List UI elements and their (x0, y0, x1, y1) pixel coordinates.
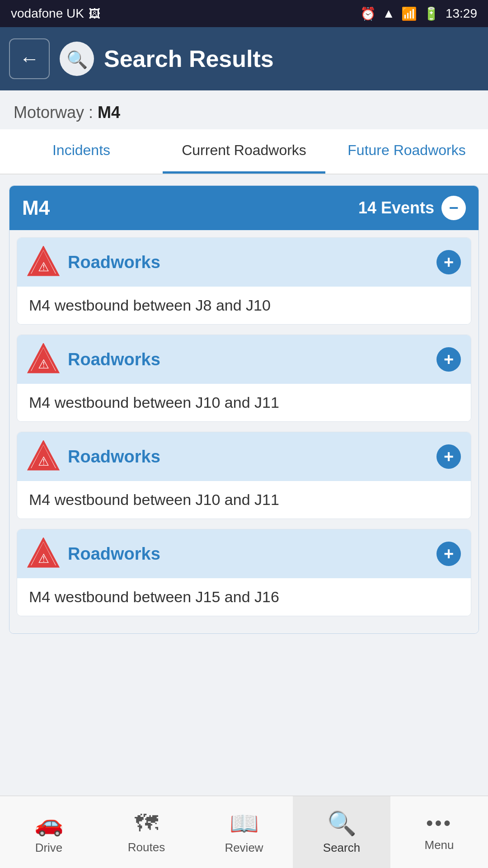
menu-icon: ••• (426, 812, 452, 835)
roadwork-label: Roadworks (68, 447, 160, 467)
motorway-label: Motorway : M4 (0, 90, 488, 122)
header-logo-icon: 🔍 (59, 41, 95, 77)
status-bar: vodafone UK 🖼 ⏰ ▲ 📶 🔋 13:29 (0, 0, 488, 27)
plus-icon: + (444, 448, 454, 465)
signal-icon: 📶 (401, 6, 417, 21)
drive-icon: 🚗 (34, 810, 64, 837)
nav-search-label: Search (323, 841, 360, 855)
page-title: Search Results (104, 45, 274, 72)
image-icon: 🖼 (89, 7, 100, 21)
nav-drive[interactable]: 🚗 Drive (0, 796, 98, 868)
tab-current-roadworks[interactable]: Current Roadworks (163, 129, 325, 174)
routes-icon: 🗺 (135, 810, 158, 837)
roadwork-title-row: ⚠ Roadworks (27, 538, 160, 570)
motorway-value: M4 (98, 103, 120, 122)
nav-menu[interactable]: ••• Menu (390, 796, 488, 868)
roadwork-header: ⚠ Roadworks + (17, 335, 471, 384)
wifi-icon: ▲ (382, 6, 395, 21)
roadwork-label: Roadworks (68, 253, 160, 272)
roadwork-item: ⚠ Roadworks + M4 westbound between J8 an… (17, 237, 471, 325)
tab-incidents[interactable]: Incidents (0, 129, 163, 174)
nav-review-label: Review (225, 841, 263, 855)
minus-icon: − (449, 200, 458, 216)
group-container: M4 14 Events − ⚠ (9, 185, 479, 634)
roadwork-title-row: ⚠ Roadworks (27, 343, 160, 376)
roadworks-warning-icon: ⚠ (27, 246, 60, 278)
roadwork-label: Roadworks (68, 544, 160, 564)
svg-text:⚠: ⚠ (38, 260, 49, 274)
back-arrow-icon: ← (19, 47, 39, 70)
collapse-button[interactable]: − (441, 196, 466, 220)
expand-button[interactable]: + (436, 250, 461, 274)
roadwork-description: M4 westbound between J15 and J16 (17, 578, 471, 616)
svg-text:⚠: ⚠ (38, 454, 49, 468)
roadworks-warning-icon: ⚠ (27, 343, 60, 376)
plus-icon: + (444, 351, 454, 368)
group-events: 14 Events − (358, 196, 466, 220)
motorway-prefix: Motorway : (14, 103, 93, 122)
main-content: M4 14 Events − ⚠ (0, 175, 488, 868)
roadwork-description: M4 westbound between J10 and J11 (17, 481, 471, 519)
tab-bar: Incidents Current Roadworks Future Roadw… (0, 129, 488, 175)
roadwork-description: M4 westbound between J8 and J10 (17, 287, 471, 324)
expand-button[interactable]: + (436, 444, 461, 469)
expand-button[interactable]: + (436, 542, 461, 566)
search-icon: 🔍 (327, 810, 357, 837)
roadwork-title-row: ⚠ Roadworks (27, 246, 160, 278)
group-title: M4 (22, 197, 50, 219)
time-label: 13:29 (446, 6, 477, 21)
nav-search[interactable]: 🔍 Search (293, 796, 390, 868)
plus-icon: + (444, 254, 454, 271)
svg-text:⚠: ⚠ (38, 357, 49, 371)
roadwork-item: ⚠ Roadworks + M4 westbound between J10 a… (17, 432, 471, 519)
nav-routes-label: Routes (128, 840, 165, 854)
plus-icon: + (444, 545, 454, 562)
battery-icon: 🔋 (423, 6, 439, 21)
alarm-icon: ⏰ (360, 6, 376, 21)
roadwork-header: ⚠ Roadworks + (17, 238, 471, 287)
status-left: vodafone UK 🖼 (11, 6, 100, 21)
roadwork-item: ⚠ Roadworks + M4 westbound between J10 a… (17, 335, 471, 422)
nav-routes[interactable]: 🗺 Routes (98, 796, 195, 868)
bottom-nav: 🚗 Drive 🗺 Routes 📖 Review 🔍 Search ••• M… (0, 796, 488, 868)
nav-drive-label: Drive (35, 841, 63, 855)
roadworks-warning-icon: ⚠ (27, 538, 60, 570)
review-icon: 📖 (230, 810, 259, 837)
events-count: 14 Events (358, 198, 434, 217)
roadwork-title-row: ⚠ Roadworks (27, 440, 160, 473)
roadworks-warning-icon: ⚠ (27, 440, 60, 473)
status-right: ⏰ ▲ 📶 🔋 13:29 (360, 6, 477, 21)
svg-text:🔍: 🔍 (66, 49, 88, 70)
roadwork-label: Roadworks (68, 350, 160, 369)
roadwork-header: ⚠ Roadworks + (17, 432, 471, 481)
group-header: M4 14 Events − (9, 186, 479, 230)
expand-button[interactable]: + (436, 347, 461, 372)
roadwork-description: M4 westbound between J10 and J11 (17, 384, 471, 421)
roadwork-header: ⚠ Roadworks + (17, 529, 471, 578)
roadwork-item: ⚠ Roadworks + M4 westbound between J15 a… (17, 529, 471, 616)
roadworks-list: ⚠ Roadworks + M4 westbound between J8 an… (9, 230, 479, 633)
nav-review[interactable]: 📖 Review (195, 796, 293, 868)
tab-future-roadworks[interactable]: Future Roadworks (325, 129, 488, 174)
svg-text:⚠: ⚠ (38, 552, 49, 566)
nav-menu-label: Menu (424, 838, 454, 852)
header: ← 🔍 Search Results (0, 27, 488, 90)
back-button[interactable]: ← (9, 38, 50, 79)
carrier-label: vodafone UK (11, 6, 84, 21)
